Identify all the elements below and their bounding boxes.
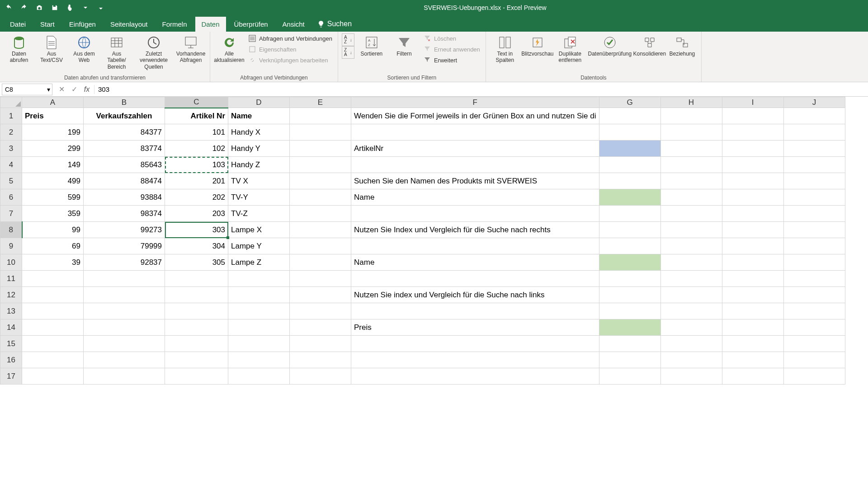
relationships-button[interactable]: Beziehung [667,33,698,58]
cell-J10[interactable] [783,254,845,271]
cell-F2[interactable] [351,124,599,141]
cell-A4[interactable]: 149 [22,157,84,173]
cell-F7[interactable] [351,206,599,222]
cell-J8[interactable] [783,222,845,238]
cell-H1[interactable] [660,108,722,124]
cell-I1[interactable] [722,108,783,124]
row-header-11[interactable]: 11 [0,271,22,287]
flash-fill-button[interactable]: Blitzvorschau [522,33,553,58]
cell-C15[interactable] [165,336,228,352]
cell-G16[interactable] [599,352,660,368]
cell-C9[interactable]: 304 [165,238,228,254]
text-to-columns-button[interactable]: Text in Spalten [490,33,520,65]
cell-J2[interactable] [783,124,845,141]
col-header-G[interactable]: G [599,97,660,108]
cell-E11[interactable] [290,271,351,287]
cell-H13[interactable] [660,303,722,319]
cell-I11[interactable] [722,271,783,287]
cell-I2[interactable] [722,124,783,141]
cell-G3[interactable] [599,141,660,157]
cell-A8[interactable]: 99 [22,222,84,238]
cell-I7[interactable] [722,206,783,222]
cell-J5[interactable] [783,173,845,189]
cell-I5[interactable] [722,173,783,189]
cell-I13[interactable] [722,303,783,319]
tab-datei[interactable]: Datei [4,17,32,32]
cell-F5[interactable]: Suchen Sie den Namen des Produkts mit SV… [351,173,599,189]
cell-B5[interactable]: 88474 [84,173,165,189]
cell-I15[interactable] [722,336,783,352]
cell-A14[interactable] [22,319,84,336]
existing-connections-button[interactable]: Vorhandene Abfragen [175,33,206,65]
cell-H3[interactable] [660,141,722,157]
col-header-I[interactable]: I [722,97,783,108]
cell-B12[interactable] [84,287,165,303]
remove-duplicates-button[interactable]: Duplikate entfernen [555,33,585,65]
cell-I17[interactable] [722,368,783,385]
cell-G13[interactable] [599,303,660,319]
cell-H15[interactable] [660,336,722,352]
cell-B17[interactable] [84,368,165,385]
cell-J7[interactable] [783,206,845,222]
cell-E3[interactable] [290,141,351,157]
redo-button[interactable] [19,3,29,13]
cell-E9[interactable] [290,238,351,254]
cell-A7[interactable]: 359 [22,206,84,222]
cell-G15[interactable] [599,336,660,352]
cell-B16[interactable] [84,352,165,368]
cell-J16[interactable] [783,352,845,368]
cell-F4[interactable] [351,157,599,173]
cell-B3[interactable]: 83774 [84,141,165,157]
cell-B15[interactable] [84,336,165,352]
cell-B6[interactable]: 93884 [84,189,165,206]
cell-G8[interactable] [599,222,660,238]
cell-D14[interactable] [228,319,290,336]
row-header-16[interactable]: 16 [0,352,22,368]
tell-me-search[interactable]: Suchen [313,16,356,32]
cell-A10[interactable]: 39 [22,254,84,271]
cell-F16[interactable] [351,352,599,368]
cell-C13[interactable] [165,303,228,319]
cell-C1[interactable]: Artikel Nr [165,108,228,124]
queries-pane-button[interactable]: Abfragen und Verbindungen [246,33,334,43]
enter-formula-button[interactable]: ✓ [70,85,79,94]
cell-I3[interactable] [722,141,783,157]
cell-D5[interactable]: TV X [228,173,290,189]
cell-C4[interactable]: 103 [165,157,228,173]
cell-D6[interactable]: TV-Y [228,189,290,206]
cell-J12[interactable] [783,287,845,303]
undo-button[interactable] [4,3,14,13]
insert-function-button[interactable]: fx [82,85,91,94]
recent-sources-button[interactable]: Zuletzt verwendete Quellen [134,33,174,71]
filter-button[interactable]: Filtern [389,33,420,58]
cell-F3[interactable]: ArtikelNr [351,141,599,157]
cell-A6[interactable]: 599 [22,189,84,206]
cell-H6[interactable] [660,189,722,206]
cell-H5[interactable] [660,173,722,189]
cell-D11[interactable] [228,271,290,287]
cell-G12[interactable] [599,287,660,303]
tab-daten[interactable]: Daten [195,17,226,32]
cell-J4[interactable] [783,157,845,173]
name-box[interactable]: C8 ▾ [2,84,52,95]
cell-A13[interactable] [22,303,84,319]
cell-J6[interactable] [783,189,845,206]
col-header-B[interactable]: B [84,97,165,108]
col-header-D[interactable]: D [228,97,290,108]
cell-E5[interactable] [290,173,351,189]
cell-G1[interactable] [599,108,660,124]
cell-E4[interactable] [290,157,351,173]
cell-E12[interactable] [290,287,351,303]
cell-F10[interactable]: Name [351,254,599,271]
cell-C17[interactable] [165,368,228,385]
cell-I4[interactable] [722,157,783,173]
row-header-6[interactable]: 6 [0,189,22,206]
cell-H16[interactable] [660,352,722,368]
sort-asc-button[interactable]: AZ↓ [342,33,354,46]
tab-ueberpruefen[interactable]: Überprüfen [228,17,274,32]
cell-A16[interactable] [22,352,84,368]
cell-D1[interactable]: Name [228,108,290,124]
cell-E8[interactable] [290,222,351,238]
cell-D4[interactable]: Handy Z [228,157,290,173]
cell-D17[interactable] [228,368,290,385]
